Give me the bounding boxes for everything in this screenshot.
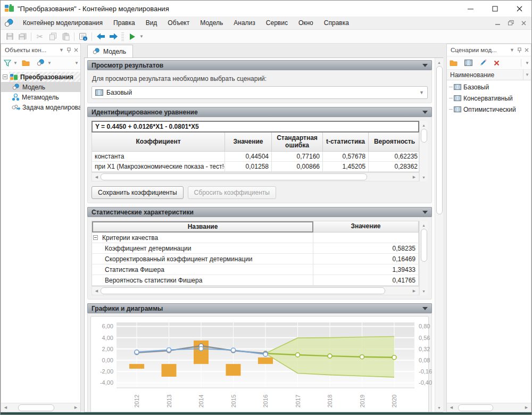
- coef-header-0[interactable]: Коэффициент: [92, 132, 225, 152]
- report-properties-button[interactable]: i: [77, 31, 89, 43]
- scenarios-toolbar-overflow-icon[interactable]: ▼: [525, 61, 529, 65]
- stats-row-3[interactable]: Вероятность статистики Фишера0,41765: [92, 275, 419, 286]
- mdi-restore-icon[interactable]: [508, 20, 514, 26]
- stats-row-2[interactable]: Статистика Фишера1,39433: [92, 264, 419, 275]
- menu-item-1[interactable]: Правка: [108, 17, 140, 29]
- coef-row-0[interactable]: константа0,445040,771600,576780,62235: [92, 152, 419, 162]
- coef-header-2[interactable]: Стандартная ошибка: [272, 132, 323, 152]
- scroll-up-icon[interactable]: ▲: [422, 121, 426, 129]
- collapse-expander-icon[interactable]: [93, 235, 98, 240]
- scroll-right-icon[interactable]: ▶: [410, 175, 418, 179]
- coef-row-1[interactable]: при X1 (Макроэкономические показа - тест…: [92, 162, 419, 172]
- scroll-right-icon[interactable]: ▶: [522, 405, 530, 410]
- collapse-expander-icon[interactable]: [3, 74, 7, 79]
- legend-item-0[interactable]: Исходный ряд: [132, 411, 185, 412]
- forward-button[interactable]: [107, 31, 120, 43]
- scroll-left-icon[interactable]: ◀: [93, 289, 101, 293]
- collapse-icon[interactable]: [422, 211, 428, 214]
- menu-item-7[interactable]: Окно: [293, 17, 319, 29]
- column-dropdown-icon[interactable]: ▼: [523, 70, 531, 80]
- scroll-right-icon[interactable]: ▶: [410, 289, 418, 293]
- stats-row-0[interactable]: Коэффициент детерминации0,58235: [92, 243, 419, 254]
- stats-header-1[interactable]: Значение: [313, 221, 419, 233]
- collapse-icon[interactable]: [422, 111, 428, 114]
- stats-hscrollbar[interactable]: ◀ ▶: [92, 286, 419, 295]
- scroll-left-icon[interactable]: ◀: [2, 405, 10, 410]
- coef-header-1[interactable]: Значение: [225, 132, 272, 152]
- menu-item-3[interactable]: Объект: [162, 17, 195, 29]
- filter-dropdown-icon[interactable]: ▼: [13, 61, 18, 65]
- stats-group-row[interactable]: Критерии качества: [92, 233, 419, 243]
- tab-model[interactable]: Модель: [87, 45, 133, 57]
- menu-item-4[interactable]: Модель: [195, 17, 228, 29]
- scroll-up-icon[interactable]: ▲: [437, 59, 441, 66]
- scroll-right-icon[interactable]: ▶: [72, 405, 80, 410]
- collapse-icon[interactable]: [422, 307, 428, 310]
- tree-item-1[interactable]: Метамодель: [1, 92, 80, 102]
- stats-vscrollbar[interactable]: ▲ ▼: [419, 221, 428, 295]
- save-coefficients-button[interactable]: Сохранить коэффициенты: [92, 186, 184, 199]
- main-vscrollbar[interactable]: ▲ ▼: [435, 58, 443, 412]
- delete-icon[interactable]: [493, 57, 501, 68]
- save-button[interactable]: [3, 31, 16, 43]
- stats-row-1[interactable]: Скорректированный коэффициент детерминац…: [92, 254, 419, 264]
- scenario-combobox[interactable]: Базовый ▼: [92, 86, 428, 99]
- pin-icon[interactable]: [66, 47, 71, 53]
- section-equation-header[interactable]: Идентифицированное уравнение: [87, 107, 432, 117]
- menu-item-6[interactable]: Сервис: [261, 17, 293, 29]
- section-charts-header[interactable]: Графики и диаграммы: [87, 303, 432, 313]
- close-button[interactable]: [507, 1, 531, 16]
- section-results-header[interactable]: Просмотр результатов: [87, 60, 432, 70]
- run-dropdown-icon[interactable]: ▼: [139, 34, 144, 39]
- menu-item-5[interactable]: Анализ: [228, 17, 261, 29]
- model-filter-icon[interactable]: [35, 57, 46, 68]
- pin-icon[interactable]: [517, 47, 522, 53]
- legend-item-1[interactable]: Модельный ряд: [189, 411, 246, 412]
- menu-item-8[interactable]: Справка: [319, 17, 354, 29]
- menu-item-2[interactable]: Вид: [140, 17, 163, 29]
- stats-header-0[interactable]: Название: [92, 221, 313, 233]
- scroll-left-icon[interactable]: ◀: [93, 175, 101, 179]
- tree-item-root[interactable]: Преобразования: [1, 72, 80, 82]
- save-all-button[interactable]: [16, 31, 29, 43]
- section-stats-header[interactable]: Статистические характеристики: [87, 207, 432, 217]
- scroll-down-icon[interactable]: ▼: [422, 287, 426, 295]
- filter-icon[interactable]: [3, 57, 12, 68]
- scenario-item-2[interactable]: Оптимистический: [447, 104, 531, 115]
- copy-button[interactable]: [46, 31, 59, 43]
- scroll-down-icon[interactable]: ▼: [437, 404, 441, 411]
- folder-icon[interactable]: [21, 57, 31, 68]
- scenario-list-icon[interactable]: [463, 57, 473, 68]
- scroll-up-icon[interactable]: ▲: [422, 221, 426, 229]
- folder-icon[interactable]: [448, 57, 459, 68]
- cut-button[interactable]: ✂: [34, 31, 46, 43]
- scenario-item-0[interactable]: Базовый: [447, 81, 531, 93]
- tree-item-0[interactable]: Модель: [1, 82, 80, 92]
- scenario-dropdown-icon[interactable]: ▼: [419, 90, 424, 95]
- scroll-down-icon[interactable]: ▼: [422, 173, 426, 181]
- objects-hscrollbar[interactable]: ◀ ▶: [1, 403, 80, 412]
- scenarios-column-header[interactable]: Наименование ▼: [447, 70, 531, 80]
- coef-header-3[interactable]: t-статистика: [323, 132, 369, 152]
- panel-dropdown-icon[interactable]: ▼: [59, 47, 64, 53]
- coef-header-4[interactable]: Вероятность: [369, 132, 419, 152]
- edit-pencil-icon[interactable]: [478, 57, 488, 68]
- back-button[interactable]: [94, 31, 107, 43]
- toolbar-grip[interactable]: [121, 32, 124, 41]
- menu-item-0[interactable]: Контейнер моделирования: [18, 17, 108, 29]
- legend-item-2[interactable]: Ряд остатков: [297, 411, 343, 412]
- model-filter-dropdown-icon[interactable]: ▼: [47, 61, 52, 65]
- mdi-minimize-icon[interactable]: [495, 21, 501, 26]
- scenarios-hscrollbar[interactable]: ◀ ▶: [447, 403, 531, 412]
- tree-item-2[interactable]: Задача моделирования: [1, 102, 80, 112]
- panel-dropdown-icon[interactable]: ▼: [510, 47, 514, 53]
- run-button[interactable]: [126, 31, 138, 43]
- coef-hscrollbar[interactable]: ◀ ▶: [92, 172, 419, 181]
- scroll-left-icon[interactable]: ◀: [447, 405, 455, 410]
- panel-close-icon[interactable]: [525, 48, 529, 52]
- minimize-button[interactable]: [458, 1, 483, 16]
- collapse-icon[interactable]: [422, 64, 428, 67]
- scenario-item-1[interactable]: Консервативный: [447, 93, 531, 104]
- objects-toolbar-overflow-icon[interactable]: ▼: [74, 61, 79, 65]
- reset-coefficients-button[interactable]: Сбросить коэффициенты: [188, 186, 276, 199]
